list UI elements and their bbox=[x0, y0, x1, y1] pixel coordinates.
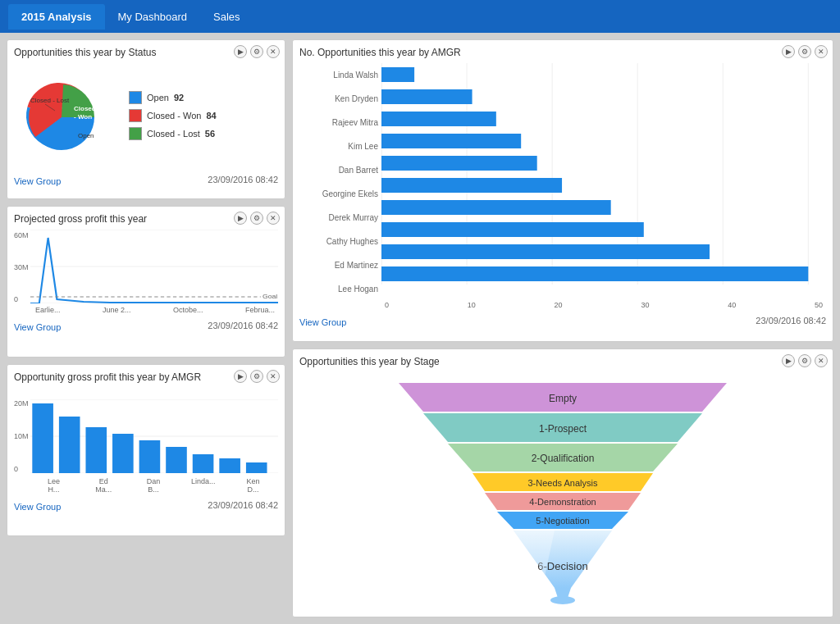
pie-content: Closed - Won Closed - Lost Open Open 9 bbox=[14, 63, 278, 168]
svg-rect-19 bbox=[192, 454, 213, 473]
amgr-view-group[interactable]: View Group bbox=[299, 317, 346, 327]
funnel-close-btn[interactable]: ✕ bbox=[815, 354, 828, 367]
svg-rect-37 bbox=[381, 266, 808, 281]
svg-text:Open: Open bbox=[78, 132, 94, 139]
legend-open-value: 92 bbox=[174, 93, 184, 102]
y-label-30m: 30M bbox=[14, 263, 29, 271]
sb-x-2: Dan B... bbox=[141, 477, 166, 494]
svg-rect-29 bbox=[381, 89, 472, 104]
pie-legend: Open 92 Closed - Won 84 Closed - Lost 56 bbox=[129, 91, 217, 140]
funnel-play-btn[interactable]: ▶ bbox=[782, 354, 795, 367]
pie-footer: View Group 23/09/2016 08:42 bbox=[14, 173, 278, 186]
svg-text:4-Demonstration: 4-Demonstration bbox=[529, 497, 596, 507]
line-view-group[interactable]: View Group bbox=[14, 322, 61, 332]
line-timestamp: 23/09/2016 08:42 bbox=[208, 321, 278, 330]
legend-won-value: 84 bbox=[206, 111, 216, 121]
svg-point-44 bbox=[550, 596, 575, 604]
line-close-btn[interactable]: ✕ bbox=[267, 212, 280, 225]
pie-play-btn[interactable]: ▶ bbox=[234, 45, 247, 58]
small-bar-widget: Opportunity gross profit this year by AM… bbox=[7, 364, 285, 536]
nav-tab-sales[interactable]: Sales bbox=[200, 4, 253, 30]
legend-lost-color bbox=[129, 127, 142, 140]
line-x-labels: Earlie... June 2... Octobe... Februa... bbox=[14, 306, 278, 314]
legend-won-color bbox=[129, 109, 142, 122]
nav-tab-analysis[interactable]: 2015 Analysis bbox=[8, 4, 105, 30]
amgr-controls: ▶ ⚙ ✕ bbox=[782, 45, 828, 58]
amgr-timestamp: 23/09/2016 08:42 bbox=[756, 316, 826, 326]
amgr-chart-body: Linda Walsh Ken Dryden Rajeev Mitra Kim … bbox=[299, 63, 826, 301]
amgr-y-8: Ed Martinez bbox=[299, 261, 378, 270]
sb-x-1: Ed Ma... bbox=[91, 477, 116, 494]
svg-text:Closed: Closed bbox=[74, 105, 96, 112]
line-chart-wrapper: 60M 30M 0 Goal bbox=[14, 230, 278, 306]
legend-lost-value: 56 bbox=[205, 129, 215, 139]
svg-text:- Won: - Won bbox=[74, 113, 92, 121]
amgr-x-labels: 0 10 20 30 40 50 bbox=[299, 301, 826, 309]
amgr-y-9: Lee Hogan bbox=[299, 285, 378, 294]
y-label-0: 0 bbox=[14, 295, 29, 303]
amgr-y-3: Kim Lee bbox=[299, 142, 378, 151]
line-widget: Projected gross profit this year ▶ ⚙ ✕ 6… bbox=[7, 206, 285, 358]
small-bar-footer: View Group 23/09/2016 08:42 bbox=[14, 499, 278, 512]
pie-close-btn[interactable]: ✕ bbox=[267, 45, 280, 58]
svg-text:1-Prospect: 1-Prospect bbox=[539, 423, 587, 435]
amgr-x-2: 20 bbox=[555, 301, 563, 309]
small-y-20m: 20M bbox=[14, 399, 29, 408]
legend-lost: Closed - Lost 56 bbox=[129, 127, 217, 140]
sb-x-4: Ken D... bbox=[241, 477, 266, 494]
svg-rect-17 bbox=[139, 440, 160, 473]
svg-rect-28 bbox=[381, 67, 414, 82]
amgr-close-btn[interactable]: ✕ bbox=[815, 45, 828, 58]
svg-rect-30 bbox=[381, 112, 496, 126]
x-label-0: Earlie... bbox=[35, 306, 61, 314]
pie-view-group[interactable]: View Group bbox=[14, 176, 61, 186]
funnel-controls: ▶ ⚙ ✕ bbox=[782, 354, 828, 367]
small-bar-close-btn[interactable]: ✕ bbox=[267, 370, 280, 383]
nav-tab-dashboard[interactable]: My Dashboard bbox=[105, 4, 201, 30]
small-bar-area bbox=[30, 399, 278, 476]
pie-chart: Closed - Won Closed - Lost Open bbox=[14, 66, 121, 165]
sb-x-0: Lee H... bbox=[41, 477, 66, 494]
svg-text:2-Qualification: 2-Qualification bbox=[532, 453, 595, 464]
amgr-footer: View Group 23/09/2016 08:42 bbox=[299, 314, 826, 327]
main-layout: Opportunities this year by Status ▶ ⚙ ✕ bbox=[0, 33, 840, 624]
x-label-3: Februa... bbox=[245, 306, 275, 314]
funnel-widget: Opportunities this year by Stage ▶ ⚙ ✕ bbox=[292, 348, 833, 617]
line-gear-btn[interactable]: ⚙ bbox=[250, 212, 263, 225]
pie-controls: ▶ ⚙ ✕ bbox=[234, 45, 280, 58]
amgr-gear-btn[interactable]: ⚙ bbox=[798, 45, 811, 58]
small-bar-gear-btn[interactable]: ⚙ bbox=[250, 370, 263, 383]
line-play-btn[interactable]: ▶ bbox=[234, 212, 247, 225]
funnel-gear-btn[interactable]: ⚙ bbox=[798, 354, 811, 367]
pie-gear-btn[interactable]: ⚙ bbox=[250, 45, 263, 58]
small-y-0: 0 bbox=[14, 465, 29, 473]
amgr-y-2: Rajeev Mitra bbox=[299, 118, 378, 127]
x-label-1: June 2... bbox=[103, 306, 131, 314]
legend-open-label: Open bbox=[147, 93, 169, 102]
small-bar-play-btn[interactable]: ▶ bbox=[234, 370, 247, 383]
funnel-svg: Empty 1-Prospect 2-Qualification 3-Needs… bbox=[349, 367, 776, 604]
svg-rect-35 bbox=[381, 222, 644, 237]
amgr-y-4: Dan Barret bbox=[299, 166, 378, 175]
legend-open: Open 92 bbox=[129, 91, 217, 104]
legend-won: Closed - Won 84 bbox=[129, 109, 217, 122]
svg-rect-36 bbox=[381, 244, 710, 259]
svg-rect-21 bbox=[245, 462, 267, 473]
legend-won-label: Closed - Won bbox=[147, 111, 201, 121]
amgr-x-5: 50 bbox=[815, 301, 823, 309]
legend-lost-label: Closed - Lost bbox=[147, 129, 200, 139]
amgr-widget: No. Opportunities this year by AMGR ▶ ⚙ … bbox=[292, 39, 833, 342]
small-bar-x-labels: Lee H... Ed Ma... Dan B... Linda... Ken … bbox=[14, 477, 278, 494]
left-column: Opportunities this year by Status ▶ ⚙ ✕ bbox=[7, 39, 285, 617]
small-bar-view-group[interactable]: View Group bbox=[14, 502, 61, 512]
svg-rect-16 bbox=[112, 434, 134, 473]
top-nav: 2015 Analysis My Dashboard Sales bbox=[0, 0, 840, 33]
small-bar-timestamp: 23/09/2016 08:42 bbox=[208, 500, 278, 510]
svg-rect-33 bbox=[381, 178, 562, 193]
svg-rect-34 bbox=[381, 200, 611, 215]
small-bar-controls: ▶ ⚙ ✕ bbox=[234, 370, 280, 383]
amgr-x-3: 30 bbox=[641, 301, 649, 309]
amgr-y-1: Ken Dryden bbox=[299, 94, 378, 103]
x-label-2: Octobe... bbox=[173, 306, 203, 314]
amgr-play-btn[interactable]: ▶ bbox=[782, 45, 795, 58]
